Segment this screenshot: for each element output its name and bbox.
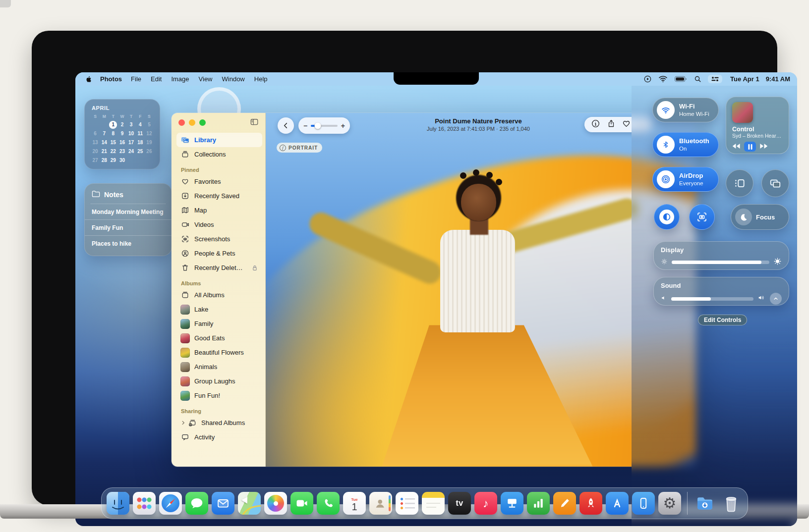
sidebar-item-beautiful-flowers[interactable]: Beautiful Flowers xyxy=(176,345,262,360)
dock-reminders[interactable] xyxy=(396,492,418,515)
screen-capture-button[interactable] xyxy=(689,204,715,230)
calendar-day-20[interactable]: 20 xyxy=(91,147,100,156)
sidebar-item-people-pets[interactable]: People & Pets xyxy=(176,246,262,261)
calendar-day-28[interactable]: 28 xyxy=(100,156,109,164)
dock-rocket[interactable] xyxy=(579,492,602,515)
calendar-day-6[interactable]: 6 xyxy=(91,129,100,138)
calendar-day-8[interactable]: 8 xyxy=(109,129,117,138)
sidebar-item-family[interactable]: Family xyxy=(176,317,262,331)
calendar-day-10[interactable]: 10 xyxy=(127,129,136,138)
sidebar-item-recently-saved[interactable]: Recently Saved xyxy=(176,189,262,203)
menu-help[interactable]: Help xyxy=(254,75,268,83)
calendar-day-29[interactable]: 29 xyxy=(109,156,117,164)
apple-menu-icon[interactable] xyxy=(84,75,91,83)
calendar-day-23[interactable]: 23 xyxy=(117,147,126,156)
calendar-day-16[interactable]: 16 xyxy=(117,138,126,147)
dock-music[interactable]: ♪ xyxy=(474,492,497,515)
sidebar-item-all-albums[interactable]: All Albums xyxy=(176,288,262,302)
bluetooth-control[interactable]: Bluetooth On xyxy=(652,132,719,157)
calendar-day-26[interactable]: 26 xyxy=(145,147,154,156)
sidebar-item-videos[interactable]: Videos xyxy=(176,217,262,232)
screen-mirroring-button[interactable] xyxy=(761,169,789,197)
back-button[interactable] xyxy=(278,117,294,134)
rewind-icon[interactable] xyxy=(732,142,741,151)
calendar-day-14[interactable]: 14 xyxy=(100,138,109,147)
dock-numbers[interactable] xyxy=(527,492,550,515)
sidebar-item-group-laughs[interactable]: Group Laughs xyxy=(176,374,262,388)
battery-icon[interactable] xyxy=(674,76,688,82)
calendar-day-22[interactable]: 22 xyxy=(109,147,117,156)
focus-control[interactable]: Focus xyxy=(731,204,789,230)
calendar-day-5[interactable]: 5 xyxy=(145,120,154,129)
calendar-day-11[interactable]: 11 xyxy=(136,129,145,138)
notes-widget[interactable]: Notes Monday Morning MeetingFamily FunPl… xyxy=(84,183,172,256)
accessibility-button[interactable] xyxy=(654,204,680,230)
search-icon[interactable] xyxy=(694,75,701,83)
zoom-slider-knob[interactable] xyxy=(314,122,321,129)
zoom-out-icon[interactable]: − xyxy=(303,122,307,129)
fast-forward-icon[interactable] xyxy=(759,142,768,151)
calendar-day-2[interactable]: 2 xyxy=(117,120,126,129)
chevron-right-icon[interactable] xyxy=(180,420,186,426)
favorite-heart-icon[interactable] xyxy=(622,119,631,130)
now-playing-widget[interactable]: Control Syd – Broken Heart… xyxy=(726,97,789,154)
dock-photos[interactable] xyxy=(264,492,287,515)
dock-settings[interactable]: ⚙ xyxy=(658,492,681,515)
menu-bar-date[interactable]: Tue Apr 1 xyxy=(730,75,759,83)
calendar-day-7[interactable]: 7 xyxy=(100,129,109,138)
dock-tv[interactable]: tv xyxy=(448,492,471,515)
calendar-day-1[interactable]: 1 xyxy=(109,120,117,129)
sound-volume-slider[interactable] xyxy=(671,297,753,301)
sidebar-item-screenshots[interactable]: Screenshots xyxy=(176,232,262,246)
zoom-in-icon[interactable]: + xyxy=(341,122,345,129)
calendar-day-17[interactable]: 17 xyxy=(127,138,136,147)
note-item-family-fun[interactable]: Family Fun xyxy=(85,219,172,235)
calendar-day-3[interactable]: 3 xyxy=(127,120,136,129)
dock-launchpad[interactable] xyxy=(133,492,156,515)
calendar-day-25[interactable]: 25 xyxy=(136,147,145,156)
wifi-control[interactable]: Wi-Fi Home Wi-Fi xyxy=(652,98,719,122)
sidebar-item-favorites[interactable]: Favorites xyxy=(176,174,262,189)
zoom-slider[interactable]: − + xyxy=(298,117,350,134)
display-panel[interactable]: Display xyxy=(653,241,789,270)
calendar-day-27[interactable]: 27 xyxy=(91,156,100,164)
sidebar-item-activity[interactable]: Activity xyxy=(176,430,262,444)
sidebar-item-fun-fun[interactable]: Fun Fun! xyxy=(176,388,262,403)
menu-edit[interactable]: Edit xyxy=(151,75,162,83)
active-app-name[interactable]: Photos xyxy=(100,75,122,83)
sidebar-item-recently-delet[interactable]: Recently Delet… xyxy=(176,261,262,275)
control-center-icon[interactable] xyxy=(708,75,722,83)
calendar-day-21[interactable]: 21 xyxy=(100,147,109,156)
dock-facetime[interactable] xyxy=(290,492,313,515)
calendar-day-19[interactable]: 19 xyxy=(145,138,154,147)
dock-calendar[interactable]: Tue1 xyxy=(343,492,366,515)
note-item-monday-morning-meeting[interactable]: Monday Morning Meeting xyxy=(85,204,172,219)
menu-window[interactable]: Window xyxy=(222,75,245,83)
dock-trash[interactable] xyxy=(720,492,743,515)
menu-bar-clock[interactable]: 9:41 AM xyxy=(766,75,790,83)
dock-finder[interactable] xyxy=(107,492,129,515)
edit-controls-button[interactable]: Edit Controls xyxy=(698,315,747,325)
zoom-slider-track[interactable] xyxy=(311,125,338,127)
sidebar-item-animals[interactable]: Animals xyxy=(176,360,262,374)
calendar-day-18[interactable]: 18 xyxy=(136,138,145,147)
info-icon[interactable] xyxy=(591,119,600,130)
display-brightness-slider[interactable] xyxy=(672,261,769,264)
wifi-status-icon[interactable] xyxy=(658,75,668,83)
sidebar-item-collections[interactable]: Collections xyxy=(176,147,262,161)
dock-app-store[interactable] xyxy=(606,492,629,515)
sidebar-item-library[interactable]: Library xyxy=(176,133,262,147)
calendar-day-30[interactable]: 30 xyxy=(117,156,126,164)
zoom-window-button[interactable] xyxy=(199,119,206,126)
sidebar-item-good-eats[interactable]: Good Eats xyxy=(176,331,262,345)
dock-phone[interactable] xyxy=(317,492,340,515)
dock-mail[interactable] xyxy=(212,492,234,515)
sound-panel[interactable]: Sound xyxy=(653,277,789,306)
dock-messages[interactable] xyxy=(185,492,208,515)
calendar-day-15[interactable]: 15 xyxy=(109,138,117,147)
pause-button[interactable] xyxy=(744,142,756,152)
stage-manager-button[interactable] xyxy=(726,169,753,197)
calendar-day-9[interactable]: 9 xyxy=(117,129,126,138)
sidebar-toggle-icon[interactable] xyxy=(249,117,259,128)
dock-safari[interactable] xyxy=(159,492,182,515)
